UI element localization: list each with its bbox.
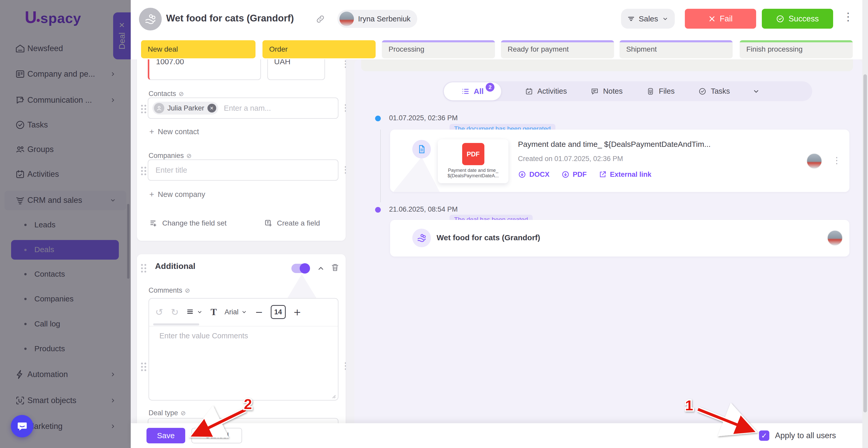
pdf-thumbnail[interactable]: PDF Payment date and time_ ${DealsPaymen…: [438, 139, 508, 183]
align-icon: [186, 308, 194, 316]
change-field-set-button[interactable]: Change the field set: [149, 219, 226, 228]
deal-modal: Deal× Wet food for cats (Grandorf) Iryna…: [131, 0, 868, 448]
success-button[interactable]: Success: [762, 9, 833, 29]
stage-label: Processing: [389, 45, 425, 54]
contacts-field[interactable]: Julia Parker × Enter a nam...: [148, 98, 338, 119]
create-field-icon: [264, 219, 273, 228]
chevron-down-icon: [662, 15, 669, 22]
comments-label: Comments⊘: [149, 286, 190, 295]
save-button[interactable]: Save: [147, 428, 185, 443]
amount-field[interactable]: 1007.00: [148, 59, 261, 80]
tab-activities[interactable]: Activities: [525, 87, 567, 96]
tab-all[interactable]: All 2: [444, 82, 501, 100]
tab-tasks[interactable]: Tasks: [698, 87, 730, 96]
field-menu-icon[interactable]: ⋮: [341, 361, 350, 370]
font-size-box[interactable]: 14: [271, 305, 286, 319]
funnel-label: Sales: [639, 14, 658, 23]
timeline-collapsed-bar: [361, 59, 853, 71]
contacts-label: Contacts⊘: [149, 90, 184, 98]
field-menu-icon[interactable]: ⋮: [341, 59, 350, 68]
event-menu-icon[interactable]: ⋮: [832, 156, 841, 165]
pdf-link[interactable]: PDF: [561, 170, 587, 179]
company-placeholder: Enter title: [156, 166, 187, 174]
font-family-select[interactable]: Arial: [224, 308, 247, 316]
stage-shipment[interactable]: Shipment: [619, 40, 733, 58]
align-menu[interactable]: [186, 308, 203, 316]
fail-button[interactable]: Fail: [685, 9, 756, 29]
more-menu-icon[interactable]: ⋮: [843, 10, 854, 23]
copy-link-icon[interactable]: [316, 14, 325, 24]
assignee-pill[interactable]: Iryna Serbeniuk: [337, 10, 417, 28]
field-menu-icon[interactable]: ⋮: [341, 103, 350, 112]
external-link[interactable]: External link: [598, 170, 652, 179]
new-company-button[interactable]: +New company: [149, 190, 205, 199]
companies-field[interactable]: Enter title: [148, 160, 338, 181]
deal-created-title[interactable]: Wet food for cats (Grandorf): [437, 233, 540, 242]
docx-link[interactable]: DOCX: [518, 170, 550, 179]
timeline-date: 01.07.2025, 02:36 PM: [389, 114, 458, 122]
undo-icon[interactable]: ↺: [155, 307, 163, 317]
drag-handle[interactable]: [141, 105, 146, 113]
redo-icon[interactable]: ↻: [171, 307, 179, 317]
timeline-connector: [380, 130, 381, 202]
apply-to-all-checkbox[interactable]: ✓: [759, 430, 769, 441]
timeline-tabs: All 2 Activities Notes Files: [443, 81, 812, 101]
tab-files[interactable]: Files: [646, 87, 675, 96]
deal-type-field[interactable]: [148, 418, 338, 423]
additional-toggle[interactable]: [291, 264, 310, 273]
tab-label: Files: [659, 87, 675, 96]
contact-chip[interactable]: Julia Parker ×: [152, 102, 218, 114]
comments-editor[interactable]: ↺ ↻ T Arial − 14 +: [149, 298, 338, 401]
calendar-icon: [525, 87, 533, 96]
stage-new-deal[interactable]: New deal: [141, 40, 255, 58]
paperclip-icon: [646, 87, 655, 96]
stage-ready-for-payment[interactable]: Ready for payment: [501, 40, 614, 58]
deal-avatar: [139, 8, 162, 30]
pdf-badge: PDF: [462, 143, 485, 165]
deal-event-icon: [412, 229, 431, 247]
hidden-field-icon: ⊘: [179, 90, 184, 98]
drag-handle[interactable]: [141, 264, 146, 273]
resize-handle-icon[interactable]: [331, 394, 336, 399]
assignee-avatar: [339, 12, 354, 26]
stage-label: Order: [269, 45, 288, 54]
tabs-expand-chevron-icon[interactable]: [752, 88, 760, 95]
currency-value: UAH: [274, 59, 290, 66]
download-icon: [561, 170, 570, 179]
document-created: Created on 01.07.2025, 02:36 PM: [518, 155, 623, 163]
tab-notes[interactable]: Notes: [591, 87, 623, 96]
check-circle-icon: [776, 15, 784, 23]
hidden-field-icon: ⊘: [187, 152, 192, 160]
stage-order[interactable]: Order: [262, 40, 376, 58]
screen: Uspacy Newsfeed Company and pe... Commun…: [0, 0, 868, 448]
collapse-chevron-icon[interactable]: [317, 265, 325, 272]
text-style-icon[interactable]: T: [211, 307, 217, 317]
remove-contact-icon[interactable]: ×: [208, 104, 216, 112]
event-author-avatar: [807, 153, 822, 169]
font-smaller-icon[interactable]: −: [255, 307, 263, 317]
external-link-icon: [598, 170, 607, 179]
funnel-select[interactable]: Sales: [621, 9, 675, 29]
page-scrollbar-thumb[interactable]: [863, 74, 867, 412]
support-chat-button[interactable]: [11, 415, 33, 438]
stage-finish-processing[interactable]: Finish processing: [740, 40, 853, 58]
toolbar-scrollbar[interactable]: [153, 323, 199, 325]
create-field-button[interactable]: Create a field: [264, 219, 320, 228]
drag-handle[interactable]: [141, 167, 146, 175]
stage-label: Finish processing: [746, 45, 803, 54]
cancel-button[interactable]: Cancel: [191, 428, 242, 443]
trash-icon[interactable]: [330, 263, 340, 272]
new-contact-button[interactable]: +New contact: [149, 127, 199, 137]
field-menu-icon[interactable]: ⋮: [341, 165, 350, 174]
drag-handle[interactable]: [141, 363, 146, 371]
currency-select[interactable]: UAH: [268, 59, 325, 80]
page-scrollbar-track[interactable]: [862, 0, 868, 448]
stage-processing[interactable]: Processing: [382, 40, 495, 58]
hidden-field-icon: ⊘: [181, 410, 186, 417]
hidden-field-icon: ⊘: [185, 287, 190, 294]
thumb-caption: Payment date and time_: [448, 168, 498, 173]
font-larger-icon[interactable]: +: [293, 307, 301, 317]
companies-label: Companies⊘: [149, 152, 192, 160]
document-title[interactable]: Payment date and time_ ${DealsPaymentDat…: [518, 140, 711, 149]
stage-cap: [501, 40, 614, 42]
